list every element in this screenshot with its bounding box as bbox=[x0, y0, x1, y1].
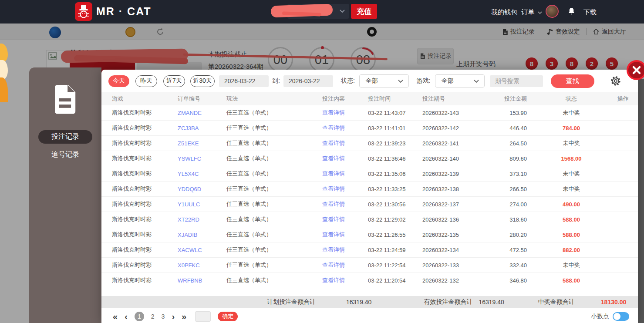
status-select-value: 全部 bbox=[366, 77, 378, 85]
detail-link[interactable]: 查看详情 bbox=[322, 246, 368, 254]
cell-game: 斯洛伐克时时彩 bbox=[112, 215, 178, 223]
cell-period: 20260322-134 bbox=[422, 247, 504, 253]
table-row: 斯洛伐克时时彩WRFBNB任三直选（单式）查看详情03-22 11:20:542… bbox=[101, 273, 638, 288]
cell-period: 20260322-142 bbox=[422, 125, 504, 131]
page-jump-input[interactable] bbox=[195, 311, 211, 322]
detail-link[interactable]: 查看详情 bbox=[322, 200, 368, 208]
col-period: 投注期号 bbox=[422, 95, 504, 103]
cell-play: 任三直选（单式） bbox=[226, 170, 322, 178]
next-page-icon[interactable]: › bbox=[172, 312, 175, 321]
order-link[interactable]: X0PFKC bbox=[178, 262, 226, 269]
cell-status: 未中奖 bbox=[527, 185, 616, 193]
col-amount: 投注金额 bbox=[504, 95, 527, 103]
page-1[interactable]: 1 bbox=[135, 312, 144, 321]
sidebar-item-chase-records[interactable]: 追号记录 bbox=[38, 148, 92, 162]
detail-link[interactable]: 查看详情 bbox=[322, 261, 368, 269]
cell-time: 03-22 11:35:06 bbox=[368, 171, 422, 177]
download-link[interactable]: 下载 bbox=[583, 8, 597, 17]
decimal-toggle-label: 小数点 bbox=[591, 313, 609, 320]
page-confirm-button[interactable]: 确定 bbox=[218, 312, 238, 321]
cell-period: 20260322-133 bbox=[422, 262, 504, 269]
order-link[interactable]: Y1UULC bbox=[178, 201, 226, 208]
order-link[interactable]: YDDQ6D bbox=[178, 186, 226, 192]
cell-time: 03-22 11:41:01 bbox=[368, 125, 422, 131]
cell-time: 03-22 11:22:54 bbox=[368, 262, 422, 269]
sidebar-item-bet-records[interactable]: 投注记录 bbox=[38, 130, 92, 144]
search-button[interactable]: 查找 bbox=[551, 74, 594, 88]
cell-game: 斯洛伐克时时彩 bbox=[112, 109, 178, 117]
detail-link[interactable]: 查看详情 bbox=[322, 231, 368, 239]
detail-link[interactable]: 查看详情 bbox=[322, 276, 368, 284]
cell-time: 03-22 11:39:23 bbox=[368, 140, 422, 147]
detail-link[interactable]: 查看详情 bbox=[322, 170, 368, 178]
user-avatar[interactable] bbox=[546, 5, 559, 18]
cell-play: 任三直选（单式） bbox=[226, 200, 322, 208]
detail-link[interactable]: 查看详情 bbox=[322, 185, 368, 193]
game-label: 游戏: bbox=[417, 77, 431, 85]
summary-value: 16319.40 bbox=[346, 299, 371, 306]
filter-yesterday[interactable]: 昨天 bbox=[135, 75, 157, 87]
close-icon bbox=[632, 65, 641, 75]
recharge-button[interactable]: 充值 bbox=[351, 4, 377, 19]
modal-scrollbar[interactable] bbox=[638, 79, 644, 323]
filter-today[interactable]: 今天 bbox=[108, 75, 129, 87]
cell-game: 斯洛伐克时时彩 bbox=[112, 170, 178, 178]
detail-link[interactable]: 查看详情 bbox=[322, 215, 368, 223]
order-link[interactable]: XT22RD bbox=[178, 216, 226, 223]
cell-play: 任三直选（单式） bbox=[226, 215, 322, 223]
status-select[interactable]: 全部 bbox=[359, 74, 409, 87]
page-3[interactable]: 3 bbox=[162, 313, 165, 320]
filter-7days[interactable]: 近7天 bbox=[163, 75, 185, 87]
brand-logo[interactable] bbox=[75, 2, 92, 21]
table-header: 游戏 订单编号 玩法 投注内容 投注时间 投注期号 投注金额 状态 操作 bbox=[101, 92, 638, 105]
order-link[interactable]: ZCJ3BA bbox=[178, 125, 226, 131]
date-to-input[interactable] bbox=[283, 75, 333, 87]
detail-link[interactable]: 查看详情 bbox=[322, 139, 368, 147]
game-select[interactable]: 全部 bbox=[435, 74, 485, 87]
order-link[interactable]: WRFBNB bbox=[178, 277, 226, 284]
cell-game: 斯洛伐克时时彩 bbox=[112, 124, 178, 132]
close-modal-button[interactable] bbox=[627, 60, 644, 80]
gear-icon[interactable] bbox=[610, 75, 621, 87]
detail-link[interactable]: 查看详情 bbox=[322, 124, 368, 132]
cell-time: 03-22 11:26:55 bbox=[368, 232, 422, 238]
cell-play: 任三直选（单式） bbox=[226, 231, 322, 239]
order-link[interactable]: ZMANDE bbox=[178, 110, 226, 116]
detail-link[interactable]: 查看详情 bbox=[322, 155, 368, 162]
last-page-icon[interactable]: » bbox=[182, 312, 186, 321]
detail-link[interactable]: 查看详情 bbox=[322, 109, 368, 117]
summary-row: 计划投注金额合计 16319.40 有效投注金额合计 16319.40 中奖金额… bbox=[101, 296, 638, 308]
filter-30days[interactable]: 近30天 bbox=[190, 75, 215, 87]
chevron-down-icon bbox=[398, 80, 403, 83]
table-row: 斯洛伐克时时彩ZMANDE任三直选（单式）查看详情03-22 11:43:072… bbox=[101, 105, 638, 121]
brand-title: MR · CAT bbox=[96, 5, 152, 18]
order-link[interactable]: YL5X4C bbox=[178, 171, 226, 177]
cell-game: 斯洛伐克时时彩 bbox=[112, 155, 178, 162]
table-row: 斯洛伐克时时彩XT22RD任三直选（单式）查看详情03-22 11:29:022… bbox=[101, 212, 638, 227]
order-link[interactable]: YSWLFC bbox=[178, 155, 226, 162]
cell-game: 斯洛伐克时时彩 bbox=[112, 261, 178, 269]
decimal-toggle[interactable] bbox=[613, 312, 629, 321]
cell-period: 20260322-136 bbox=[422, 216, 504, 223]
first-page-icon[interactable]: « bbox=[113, 312, 118, 321]
order-link[interactable]: XACWLC bbox=[178, 247, 226, 253]
order-link[interactable]: Z51EKE bbox=[178, 140, 226, 147]
cell-period: 20260322-143 bbox=[422, 110, 504, 116]
orders-menu[interactable]: 订单 bbox=[521, 8, 542, 17]
bell-icon[interactable] bbox=[567, 7, 576, 16]
order-link[interactable]: XJADIB bbox=[178, 232, 226, 238]
col-actions: 操作 bbox=[616, 95, 630, 103]
date-from-input[interactable] bbox=[219, 75, 269, 87]
chevron-down-icon bbox=[538, 11, 542, 14]
prev-page-icon[interactable]: ‹ bbox=[125, 312, 128, 321]
wallet-link[interactable]: 我的钱包 bbox=[491, 8, 517, 17]
page-2[interactable]: 2 bbox=[151, 313, 155, 320]
table-row: 斯洛伐克时时彩YDDQ6D任三直选（单式）查看详情03-22 11:33:252… bbox=[101, 182, 638, 197]
decimal-toggle-wrap: 小数点 bbox=[591, 312, 629, 321]
mascot-head bbox=[0, 44, 8, 62]
period-search-input[interactable] bbox=[490, 75, 543, 87]
cell-play: 任三直选（单式） bbox=[226, 276, 322, 284]
mascot-character[interactable] bbox=[0, 44, 8, 102]
cell-status: 未中奖 bbox=[527, 261, 616, 269]
cell-play: 任三直选（单式） bbox=[226, 246, 322, 254]
